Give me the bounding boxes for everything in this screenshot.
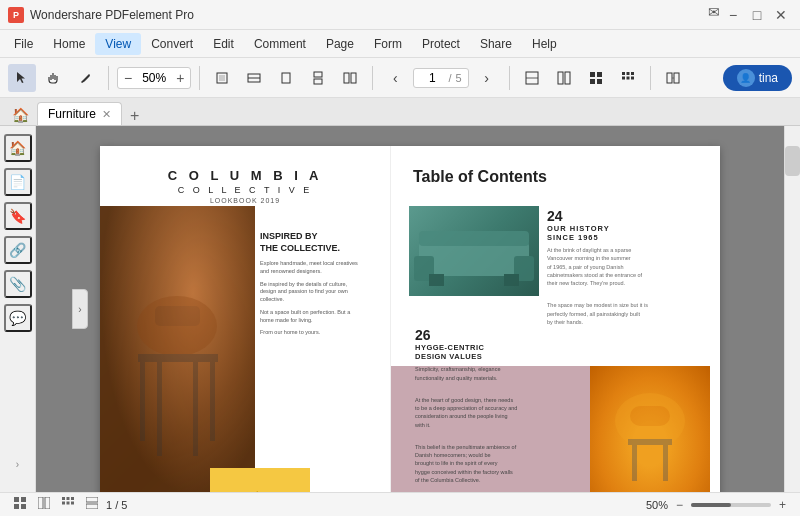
zoom-out-button[interactable]: − [122, 70, 134, 86]
page-nav: / 5 [413, 68, 468, 88]
links-sidebar-button[interactable]: 🔗 [4, 236, 32, 264]
right-scrollbar[interactable] [784, 126, 800, 492]
view-mode-1-button[interactable] [518, 64, 546, 92]
comments-sidebar-button[interactable]: 💬 [4, 304, 32, 332]
fit-width-button[interactable] [240, 64, 268, 92]
email-icon[interactable]: ✉ [708, 4, 720, 26]
status-grid-btn-1[interactable] [10, 495, 30, 514]
status-zoom-in-button[interactable]: + [775, 496, 790, 514]
brand-logo: h [256, 489, 265, 492]
user-button[interactable]: 👤 tina [723, 65, 792, 91]
tab-furniture[interactable]: Furniture ✕ [37, 102, 122, 125]
view-mode-4-button[interactable] [614, 64, 642, 92]
page-separator: / [448, 72, 451, 84]
prev-page-button[interactable]: ‹ [381, 64, 409, 92]
svg-rect-32 [138, 354, 218, 362]
svg-rect-52 [71, 497, 74, 500]
chair-image [100, 206, 255, 492]
section-26-title: HYGGE-CENTRICDESIGN VALUES [415, 343, 571, 361]
hand-tool-button[interactable] [40, 64, 68, 92]
menu-view[interactable]: View [95, 33, 141, 55]
inspired-text-block: INSPIRED BYTHE COLLECTIVE. Explore handm… [260, 231, 380, 337]
svg-rect-50 [62, 497, 65, 500]
view-mode-2-button[interactable] [550, 64, 578, 92]
sidebar-home-button[interactable]: 🏠 [8, 105, 33, 125]
svg-rect-15 [590, 79, 595, 84]
svg-rect-54 [67, 502, 70, 505]
svg-rect-53 [62, 502, 65, 505]
menu-edit[interactable]: Edit [203, 33, 244, 55]
zoom-control: − 50% + [117, 67, 191, 89]
continuous-button[interactable] [304, 64, 332, 92]
inspired-body-2: Be inspired by the details of culture,de… [260, 281, 380, 304]
sidebar-expand-button[interactable]: › [10, 444, 26, 484]
status-bar: 1 / 5 50% − + [0, 492, 800, 516]
svg-rect-20 [622, 76, 625, 79]
svg-rect-33 [419, 241, 529, 276]
view-mode-3-button[interactable] [582, 64, 610, 92]
svg-rect-31 [210, 361, 215, 441]
svg-rect-40 [630, 406, 670, 426]
separator-3 [372, 66, 373, 90]
status-grid-btn-3[interactable] [58, 495, 78, 514]
menu-file[interactable]: File [4, 33, 43, 55]
next-page-button[interactable]: › [473, 64, 501, 92]
attachments-sidebar-button[interactable]: 📎 [4, 270, 32, 298]
zoom-slider[interactable] [691, 503, 771, 507]
menu-protect[interactable]: Protect [412, 33, 470, 55]
bookmarks-sidebar-button[interactable]: 🔖 [4, 202, 32, 230]
section-26-body-2: At the heart of good design, there needs… [415, 396, 571, 429]
section-26-body-3: This belief is the penultimate ambience … [415, 443, 571, 484]
minimize-button[interactable]: − [722, 4, 744, 26]
svg-rect-24 [674, 73, 679, 83]
menu-page[interactable]: Page [316, 33, 364, 55]
toc-section-26: 26 HYGGE-CENTRICDESIGN VALUES Simplicity… [403, 315, 583, 492]
select-tool-button[interactable] [8, 64, 36, 92]
user-label: tina [759, 71, 778, 85]
left-expand-button[interactable]: › [72, 289, 88, 329]
single-page-button[interactable] [272, 64, 300, 92]
edit-tool-button[interactable] [72, 64, 100, 92]
menu-convert[interactable]: Convert [141, 33, 203, 55]
page-year: LOOKBOOK 2019 [100, 197, 390, 204]
svg-rect-38 [504, 274, 519, 286]
pages-sidebar-button[interactable]: 📄 [4, 168, 32, 196]
status-zoom-out-button[interactable]: − [672, 496, 687, 514]
yellow-block: h [210, 468, 310, 492]
chair2-image [590, 366, 710, 492]
status-grid-btn-4[interactable] [82, 495, 102, 514]
svg-rect-43 [628, 439, 672, 445]
svg-rect-29 [193, 356, 198, 456]
maximize-button[interactable]: □ [746, 4, 768, 26]
home-sidebar-button[interactable]: 🏠 [4, 134, 32, 162]
svg-rect-21 [626, 76, 629, 79]
two-page-button[interactable] [336, 64, 364, 92]
title-bar-left: P Wondershare PDFelement Pro [8, 7, 194, 23]
menu-home[interactable]: Home [43, 33, 95, 55]
svg-rect-17 [622, 72, 625, 75]
menu-comment[interactable]: Comment [244, 33, 316, 55]
svg-rect-47 [21, 504, 26, 509]
inspired-body-1: Explore handmade, meet local creativesan… [260, 260, 380, 275]
tab-add-button[interactable]: + [126, 107, 143, 125]
separator-4 [509, 66, 510, 90]
pdf-page-right: Table of Contents 24 OUR HISTORYS [390, 146, 720, 492]
svg-rect-49 [45, 497, 50, 509]
svg-rect-6 [314, 79, 322, 84]
close-button[interactable]: ✕ [770, 4, 792, 26]
svg-rect-16 [597, 79, 602, 84]
pdf-page-left: C O L U M B I A C O L L E C T I V E LOOK… [100, 146, 390, 492]
sofa-image [409, 206, 539, 296]
svg-rect-42 [663, 441, 668, 481]
page-input[interactable] [420, 71, 444, 85]
zoom-in-button[interactable]: + [174, 70, 186, 86]
tab-bar: 🏠 Furniture ✕ + [0, 98, 800, 126]
menu-help[interactable]: Help [522, 33, 567, 55]
compare-button[interactable] [659, 64, 687, 92]
menu-share[interactable]: Share [470, 33, 522, 55]
tab-close-button[interactable]: ✕ [102, 108, 111, 121]
fit-page-button[interactable] [208, 64, 236, 92]
menu-form[interactable]: Form [364, 33, 412, 55]
status-grid-btn-2[interactable] [34, 495, 54, 514]
app-name: Wondershare PDFelement Pro [30, 8, 194, 22]
